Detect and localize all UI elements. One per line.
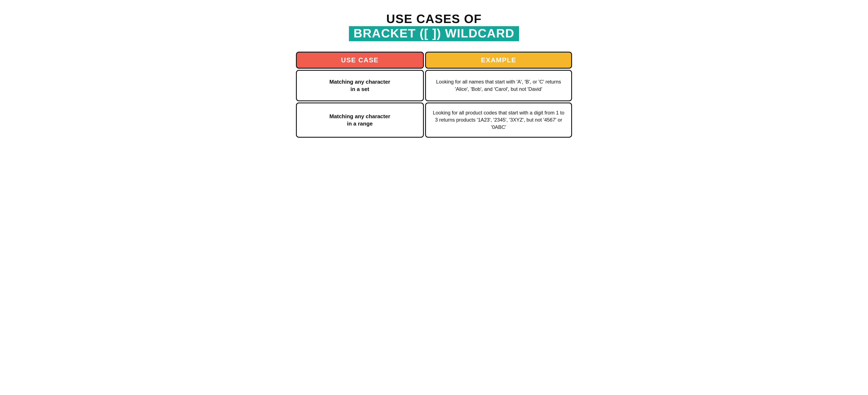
title-block: USE CASES OF BRACKET ([ ]) WILDCARD [296, 12, 572, 41]
use-case-table: USE CASE EXAMPLE Matching any characteri… [296, 52, 572, 138]
title-line2: BRACKET ([ ]) WILDCARD [349, 26, 519, 41]
usecase-text: Matching any characterin a set [330, 78, 390, 93]
table-row: Matching any characterin a set [296, 70, 424, 101]
header-example: EXAMPLE [425, 52, 572, 69]
header-usecase: USE CASE [296, 52, 424, 69]
example-text: Looking for all product codes that start… [432, 109, 565, 131]
usecase-text: Matching any characterin a range [330, 113, 390, 127]
table-row: Looking for all product codes that start… [425, 102, 572, 138]
table-row: Looking for all names that start with 'A… [425, 70, 572, 101]
example-text: Looking for all names that start with 'A… [432, 78, 565, 93]
table-row: Matching any characterin a range [296, 102, 424, 138]
diagram-container: USE CASES OF BRACKET ([ ]) WILDCARD USE … [296, 12, 572, 138]
title-line1: USE CASES OF [296, 12, 572, 25]
